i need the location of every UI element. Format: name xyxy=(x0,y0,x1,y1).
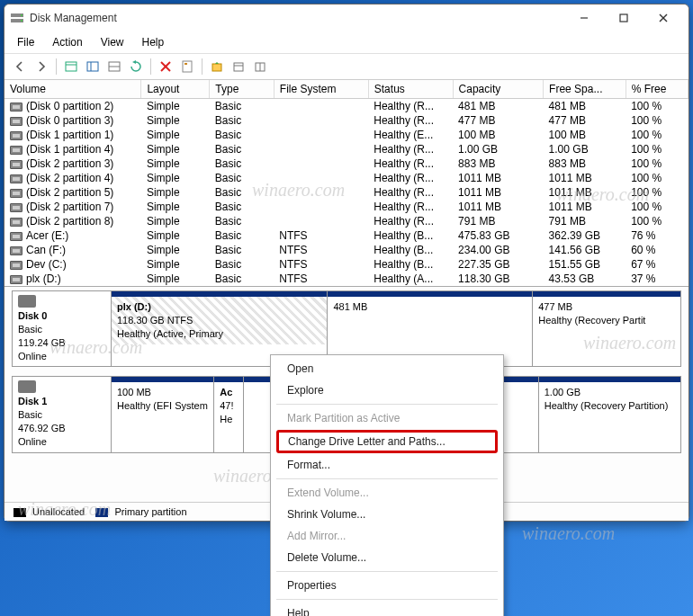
table-row[interactable]: Can (F:)SimpleBasicNTFSHealthy (B...234.… xyxy=(4,243,688,257)
menu-item-help[interactable]: Help xyxy=(273,603,501,616)
volume-pctfree: 100 % xyxy=(626,185,688,200)
toolbar-properties[interactable] xyxy=(177,57,197,76)
partition-size: 118.30 GB NTFS xyxy=(117,315,193,326)
context-menu: OpenExploreMark Partition as ActiveChang… xyxy=(270,354,504,616)
col-capacity[interactable]: Capacity xyxy=(453,80,544,99)
volume-capacity: 1011 MB xyxy=(453,200,544,214)
volume-icon xyxy=(10,189,22,198)
column-header-row: Volume Layout Type File System Status Ca… xyxy=(4,80,688,99)
volume-status: Healthy (R... xyxy=(368,185,453,200)
disk-state: Online xyxy=(18,436,47,447)
menu-item-open[interactable]: Open xyxy=(273,358,501,379)
table-row[interactable]: (Disk 0 partition 2)SimpleBasicHealthy (… xyxy=(4,99,688,114)
svg-rect-18 xyxy=(212,64,221,71)
volume-layout: Simple xyxy=(141,171,210,185)
partition-size: 47! xyxy=(220,400,233,411)
menu-action[interactable]: Action xyxy=(45,33,89,51)
volume-name: Acer (E:) xyxy=(26,229,68,242)
menu-item-delete-volume[interactable]: Delete Volume... xyxy=(273,547,501,568)
menu-item-properties[interactable]: Properties xyxy=(273,575,501,596)
table-row[interactable]: (Disk 2 partition 5)SimpleBasicHealthy (… xyxy=(4,185,688,200)
partition[interactable]: 477 MBHealthy (Recovery Partit xyxy=(532,291,680,366)
table-row[interactable]: plx (D:)SimpleBasicNTFSHealthy (A...118.… xyxy=(4,272,688,286)
table-row[interactable]: (Disk 2 partition 4)SimpleBasicHealthy (… xyxy=(4,171,688,185)
volume-layout: Simple xyxy=(141,257,210,272)
toolbar-action2[interactable] xyxy=(229,57,248,76)
close-button[interactable] xyxy=(644,4,683,31)
table-row[interactable]: (Disk 2 partition 3)SimpleBasicHealthy (… xyxy=(4,156,688,171)
volume-layout: Simple xyxy=(141,228,210,243)
menu-file[interactable]: File xyxy=(10,33,41,51)
volume-list: Volume Layout Type File System Status Ca… xyxy=(4,80,688,287)
close-icon xyxy=(659,13,668,22)
menu-item-format[interactable]: Format... xyxy=(273,454,501,476)
partition-title: plx (D:) xyxy=(117,301,151,312)
volume-pctfree: 60 % xyxy=(626,243,688,257)
toolbar-forward[interactable] xyxy=(32,57,51,76)
partition[interactable]: Ac47!He xyxy=(213,377,242,451)
table-row[interactable]: (Disk 0 partition 3)SimpleBasicHealthy (… xyxy=(4,113,688,128)
volume-name: Dev (C:) xyxy=(26,258,67,271)
col-pctfree[interactable]: % Free xyxy=(626,80,688,99)
volume-fs xyxy=(274,142,368,156)
col-volume[interactable]: Volume xyxy=(4,80,141,99)
volume-pctfree: 100 % xyxy=(626,200,688,214)
menu-help[interactable]: Help xyxy=(135,33,172,51)
menu-view[interactable]: View xyxy=(94,33,131,51)
volume-capacity: 477 MB xyxy=(453,113,544,128)
volume-pctfree: 100 % xyxy=(626,113,688,128)
volume-fs xyxy=(274,171,368,185)
volume-fs xyxy=(274,185,368,200)
toolbar-action1[interactable] xyxy=(207,57,227,76)
partition[interactable]: 1.00 GBHealthy (Recovery Partition) xyxy=(538,377,680,451)
menu-item-explore[interactable]: Explore xyxy=(273,379,501,401)
volume-status: Healthy (R... xyxy=(368,99,453,114)
col-type[interactable]: Type xyxy=(210,80,274,99)
partition[interactable]: 100 MBHealthy (EFI System xyxy=(112,377,213,451)
minimize-button[interactable] xyxy=(564,4,604,31)
toolbar-back[interactable] xyxy=(10,57,30,76)
toolbar-panel2[interactable] xyxy=(83,57,103,76)
volume-icon xyxy=(10,261,22,270)
partition-title: Ac xyxy=(220,387,232,397)
legend-unallocated: Unallocated xyxy=(32,506,85,517)
table-row[interactable]: (Disk 1 partition 1)SimpleBasicHealthy (… xyxy=(4,128,688,142)
table-row[interactable]: (Disk 2 partition 7)SimpleBasicHealthy (… xyxy=(4,200,688,214)
volume-layout: Simple xyxy=(141,142,210,156)
menu-item-add-mirror: Add Mirror... xyxy=(273,525,501,547)
menu-item-shrink-volume[interactable]: Shrink Volume... xyxy=(273,504,501,525)
toolbar-panel1[interactable] xyxy=(61,57,81,76)
volume-fs xyxy=(274,128,368,142)
table-row[interactable]: (Disk 2 partition 8)SimpleBasicHealthy (… xyxy=(4,214,688,228)
menu-item-change-drive-letter-and-paths[interactable]: Change Drive Letter and Paths... xyxy=(276,430,498,453)
volume-icon xyxy=(10,103,22,112)
volume-fs xyxy=(274,113,368,128)
col-filesystem[interactable]: File System xyxy=(274,80,368,99)
refresh-icon xyxy=(130,60,142,73)
toolbar-delete[interactable] xyxy=(156,57,176,76)
col-free[interactable]: Free Spa... xyxy=(544,80,626,99)
toolbar-action3[interactable] xyxy=(250,57,270,76)
toolbar-panel3[interactable] xyxy=(104,57,124,76)
volume-layout: Simple xyxy=(141,113,210,128)
toolbar-refresh[interactable] xyxy=(126,57,146,76)
volume-pctfree: 100 % xyxy=(626,156,688,171)
volume-capacity: 1011 MB xyxy=(453,185,544,200)
volume-name: (Disk 0 partition 2) xyxy=(26,100,113,112)
volume-capacity: 883 MB xyxy=(453,156,544,171)
table-row[interactable]: Acer (E:)SimpleBasicNTFSHealthy (B...475… xyxy=(4,228,688,243)
volume-pctfree: 37 % xyxy=(626,272,688,286)
volume-free: 151.55 GB xyxy=(544,257,626,272)
svg-rect-8 xyxy=(66,62,76,71)
table-row[interactable]: Dev (C:)SimpleBasicNTFSHealthy (B...227.… xyxy=(4,257,688,272)
maximize-button[interactable] xyxy=(604,4,644,31)
table-row[interactable]: (Disk 1 partition 4)SimpleBasicHealthy (… xyxy=(4,142,688,156)
volume-fs xyxy=(274,214,368,228)
toolbar xyxy=(4,54,688,80)
action1-icon xyxy=(211,60,223,73)
volume-pctfree: 67 % xyxy=(626,257,688,272)
disk-size: 119.24 GB xyxy=(18,337,66,348)
minimize-icon xyxy=(580,13,589,22)
col-status[interactable]: Status xyxy=(368,80,453,99)
col-layout[interactable]: Layout xyxy=(141,80,210,99)
